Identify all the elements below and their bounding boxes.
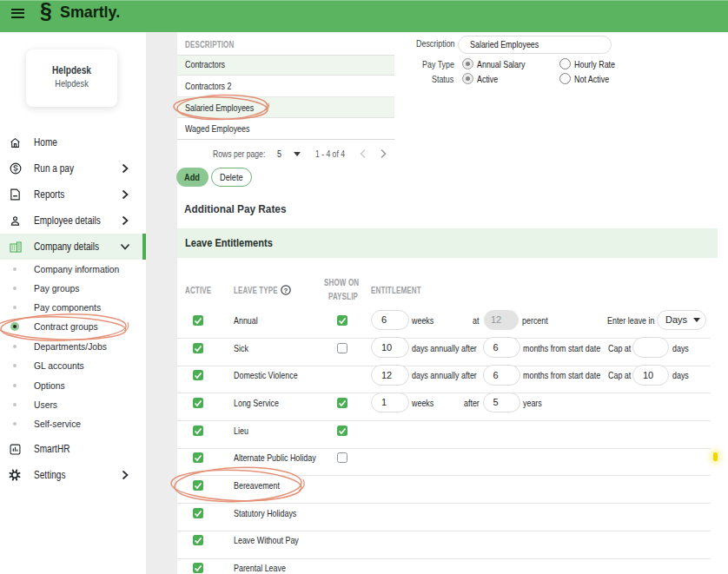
svg-text:?: ? bbox=[283, 287, 288, 294]
